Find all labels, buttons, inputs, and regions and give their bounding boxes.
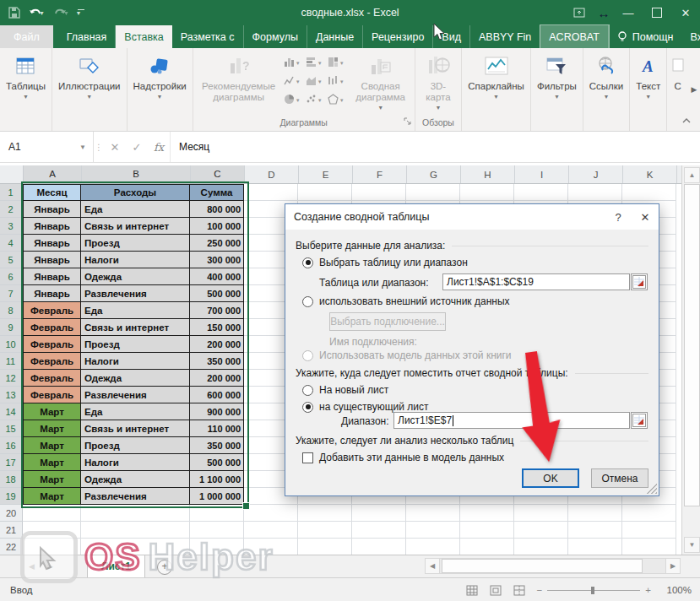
cell[interactable] — [298, 539, 352, 555]
cell-B21[interactable] — [81, 522, 190, 539]
chart-type-button[interactable]: ▼ — [325, 91, 347, 110]
row-header-12[interactable]: 12 — [0, 370, 23, 387]
name-box[interactable]: A1 ▼ — [0, 132, 94, 162]
sheet-tab[interactable]: Лист1 — [87, 555, 145, 579]
cell[interactable] — [244, 184, 298, 201]
chart-type-button[interactable]: ▼ — [325, 73, 347, 91]
cell-C19[interactable]: 1 000 000 — [190, 488, 244, 505]
cell-C12[interactable]: 200 000 — [190, 370, 244, 387]
cell[interactable] — [244, 505, 298, 522]
formula-input[interactable]: Месяц — [170, 132, 700, 162]
cell-B10[interactable]: Проезд — [81, 336, 190, 353]
cell-C13[interactable]: 600 000 — [190, 387, 244, 403]
cell-C18[interactable]: 1 100 000 — [190, 471, 244, 488]
map3d-button[interactable]: 3D-карта ▼ — [415, 51, 462, 111]
row-header-4[interactable]: 4 — [0, 235, 23, 252]
cell-C17[interactable]: 500 000 — [190, 454, 244, 471]
cell[interactable] — [406, 505, 460, 522]
new-sheet-button[interactable]: + — [157, 560, 172, 575]
cell-B11[interactable]: Налоги — [81, 353, 190, 370]
cell-B8[interactable]: Еда — [81, 302, 190, 319]
cell[interactable] — [622, 505, 676, 522]
cell[interactable] — [514, 522, 568, 539]
cell[interactable] — [568, 522, 622, 539]
tab-abbyy[interactable]: ABBYY Fin — [470, 25, 540, 48]
column-header-G[interactable]: G — [407, 165, 461, 183]
scroll-up-arrow[interactable]: ▲ — [684, 167, 700, 183]
vertical-scroll-thumb[interactable] — [684, 184, 700, 506]
customize-qat-button[interactable]: ▼ — [78, 9, 84, 16]
chart-type-button[interactable]: ▼ — [281, 54, 303, 73]
cell-C14[interactable]: 900 000 — [190, 403, 244, 420]
cell-C20[interactable] — [190, 505, 244, 522]
collapse-ribbon-icon[interactable] — [681, 112, 692, 127]
sparklines-button[interactable]: Спарклайны ▼ — [462, 51, 530, 100]
radio-data-model[interactable] — [302, 350, 313, 361]
zoom-in-icon[interactable]: + — [645, 585, 651, 595]
cell[interactable] — [352, 505, 406, 522]
close-button[interactable]: ✕ — [671, 0, 700, 25]
cell-B15[interactable]: Связь и интернет — [81, 420, 190, 437]
tab-helper[interactable]: Помощн — [609, 25, 682, 48]
cell-A16[interactable]: Март — [23, 437, 81, 454]
cell[interactable] — [406, 539, 460, 555]
row-header-20[interactable]: 20 — [0, 505, 23, 522]
zoom-level[interactable]: 100% — [663, 585, 692, 595]
fill-handle[interactable] — [242, 502, 250, 510]
radio-external-source[interactable] — [302, 296, 313, 307]
tables-button[interactable]: Таблицы ▼ — [0, 51, 52, 100]
cell-C4[interactable]: 250 000 — [190, 235, 244, 252]
row-header-13[interactable]: 13 — [0, 387, 23, 403]
chart-type-button[interactable]: ▼ — [281, 73, 303, 91]
tab-review[interactable]: Рецензиро — [363, 25, 433, 48]
cell-C15[interactable]: 110 000 — [190, 420, 244, 437]
cell[interactable] — [568, 539, 622, 555]
cell-A9[interactable]: Февраль — [23, 319, 81, 336]
undo-button[interactable]: ▼ — [29, 8, 45, 19]
cell[interactable] — [622, 184, 676, 201]
filters-button[interactable]: Фильтры ▼ — [531, 51, 583, 100]
cell-C11[interactable]: 350 000 — [190, 353, 244, 370]
cell[interactable] — [298, 505, 352, 522]
cell[interactable] — [514, 539, 568, 555]
tab-formulas[interactable]: Формулы — [244, 25, 307, 48]
range-picker-icon[interactable] — [631, 412, 648, 429]
tab-layout[interactable]: Разметка с — [172, 25, 244, 48]
cell[interactable] — [352, 184, 406, 201]
zoom-thumb[interactable] — [591, 587, 594, 594]
column-header-H[interactable]: H — [461, 165, 515, 183]
cell-A1[interactable]: Месяц — [23, 184, 81, 201]
cell[interactable] — [298, 522, 352, 539]
cell-B20[interactable] — [81, 505, 190, 522]
cell[interactable] — [244, 539, 298, 555]
cell-A17[interactable]: Март — [23, 454, 81, 471]
cell-A21[interactable] — [23, 522, 81, 539]
scroll-left-arrow[interactable]: ◀ — [425, 558, 440, 574]
cell-B16[interactable]: Проезд — [81, 437, 190, 454]
cell-C16[interactable]: 350 000 — [190, 437, 244, 454]
cell-A5[interactable]: Январь — [23, 252, 81, 268]
cell-B1[interactable]: Расходы — [81, 184, 190, 201]
ribbon-display-options-button[interactable] — [565, 0, 594, 25]
radio-new-sheet[interactable] — [302, 385, 313, 396]
cell-A10[interactable]: Февраль — [23, 336, 81, 353]
maximize-button[interactable] — [643, 0, 671, 25]
cell-B7[interactable]: Развлечения — [81, 285, 190, 302]
cell-A7[interactable]: Январь — [23, 285, 81, 302]
cell-B14[interactable]: Еда — [81, 403, 190, 420]
row-header-19[interactable]: 19 — [0, 488, 23, 505]
cell[interactable] — [622, 539, 676, 555]
cell-B9[interactable]: Связь и интернет — [81, 319, 190, 336]
range-picker-icon[interactable] — [631, 273, 648, 290]
column-header-J[interactable]: J — [569, 165, 623, 183]
row-header-16[interactable]: 16 — [0, 437, 23, 454]
column-header-E[interactable]: E — [299, 165, 353, 183]
range-input[interactable]: Лист1!$E$7 — [393, 412, 630, 429]
sheet-nav-left-icon[interactable]: ◀ — [29, 562, 35, 571]
normal-view-icon[interactable] — [466, 585, 478, 596]
cell[interactable] — [568, 184, 622, 201]
row-header-2[interactable]: 2 — [0, 201, 23, 218]
row-header-17[interactable]: 17 — [0, 454, 23, 471]
column-header-B[interactable]: B — [82, 165, 191, 183]
cell[interactable] — [514, 184, 568, 201]
